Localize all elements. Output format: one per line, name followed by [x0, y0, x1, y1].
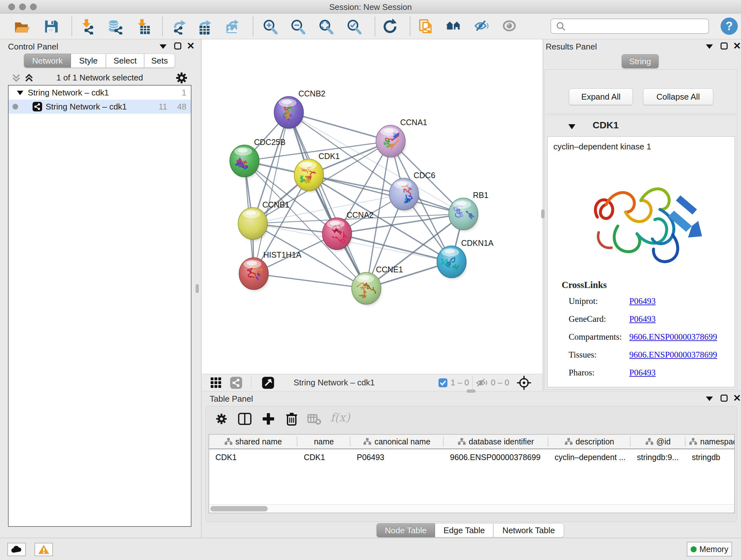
results-panel-float-icon[interactable]	[721, 43, 728, 50]
add-column-icon[interactable]	[262, 413, 275, 425]
fit-crosshair-icon[interactable]	[516, 375, 532, 390]
import-network-from-file-button[interactable]	[78, 17, 96, 36]
column-header--id[interactable]: @id	[630, 435, 685, 449]
export-table-button[interactable]	[195, 17, 213, 36]
table-horizontal-scrollbar[interactable]	[209, 504, 735, 513]
window-title: Session: New Session	[0, 2, 741, 12]
network-badge-icon[interactable]	[230, 376, 243, 389]
column-header-shared-name[interactable]: shared name	[209, 435, 297, 449]
control-panel-minimize-icon[interactable]	[159, 44, 166, 49]
node-ccne1[interactable]	[352, 272, 381, 305]
tab-string[interactable]: String	[622, 54, 659, 68]
collection-expander-icon[interactable]	[16, 89, 24, 97]
collapse-all-icon[interactable]	[10, 72, 22, 84]
zoom-selected-button[interactable]	[345, 17, 362, 36]
hide-panels-button[interactable]	[473, 17, 491, 36]
expand-all-icon[interactable]	[23, 72, 35, 84]
node-cdc6[interactable]	[389, 178, 419, 211]
crosslink-value[interactable]: P06493	[629, 314, 656, 324]
table-cell[interactable]: stringdb	[692, 453, 720, 462]
export-network-button[interactable]	[172, 17, 189, 36]
crosslink-value[interactable]: P06493	[629, 296, 656, 306]
table-cell[interactable]: 9606.ENSP00000378699	[450, 453, 541, 462]
network-row[interactable]: String Network – cdk1 11 48	[9, 100, 191, 114]
left-splitter-handle[interactable]	[196, 284, 199, 293]
edge-hist1h1a-ccne1[interactable]	[254, 273, 366, 288]
table-cell[interactable]: stringdb:9...	[637, 453, 679, 462]
edge-ccnb2-ccna1[interactable]	[289, 112, 391, 141]
table-cell[interactable]: CDK1	[304, 453, 325, 462]
open-session-button[interactable]	[13, 17, 30, 36]
table-cell[interactable]: CDK1	[215, 453, 237, 462]
export-image-button[interactable]	[223, 17, 241, 36]
network-options-gear-icon[interactable]	[175, 71, 189, 85]
collapse-all-button[interactable]: Collapse All	[643, 88, 713, 105]
bottom-splitter-handle[interactable]	[467, 389, 475, 393]
tab-node-table[interactable]: Node Table	[377, 523, 435, 537]
table-columns-icon[interactable]	[238, 413, 252, 425]
show-panels-button[interactable]	[501, 17, 519, 36]
memory-button[interactable]: Memory	[687, 542, 732, 557]
table-panel-close-icon[interactable]: ✕	[733, 395, 741, 401]
refresh-network-button[interactable]	[381, 17, 399, 36]
table-cell[interactable]: P06493	[357, 453, 384, 462]
zoom-in-icon	[262, 18, 278, 35]
home-button[interactable]	[445, 17, 463, 36]
node-cdkn1a[interactable]	[437, 246, 466, 279]
column-header-canonical-name[interactable]: canonical name	[350, 435, 444, 449]
node-ccnb1[interactable]	[238, 207, 267, 240]
crosslink-value[interactable]: 9606.ENSP00000378699	[629, 332, 717, 342]
node-ccna2[interactable]	[322, 218, 352, 251]
table-scrollbar-thumb[interactable]	[210, 506, 268, 511]
edge-ccnb2-ccne1[interactable]	[289, 112, 366, 288]
control-panel-float-icon[interactable]	[174, 43, 181, 50]
tab-network[interactable]: Network	[24, 54, 71, 68]
tab-edge-table[interactable]: Edge Table	[435, 523, 493, 537]
cloud-button[interactable]	[7, 543, 26, 556]
results-panel-minimize-icon[interactable]	[706, 44, 713, 49]
node-rb1[interactable]	[449, 198, 478, 231]
column-header-name[interactable]: name	[297, 435, 350, 449]
expand-all-button[interactable]: Expand All	[569, 88, 633, 105]
column-header-database-identifier[interactable]: database identifier	[444, 435, 548, 449]
tab-style[interactable]: Style	[71, 54, 106, 68]
node-ccna1[interactable]	[376, 125, 405, 158]
table-panel-float-icon[interactable]	[721, 395, 728, 401]
crosslink-value[interactable]: P06493	[629, 368, 656, 378]
import-table-from-file-button[interactable]	[134, 17, 152, 36]
selected-checkbox-icon[interactable]	[438, 378, 448, 388]
tab-network-table[interactable]: Network Table	[493, 523, 564, 537]
column-header-description[interactable]: description	[548, 435, 630, 449]
import-network-from-database-button[interactable]	[106, 17, 124, 36]
control-panel-close-icon[interactable]: ✕	[187, 43, 195, 50]
clone-network-button[interactable]	[417, 17, 434, 36]
search-input[interactable]	[550, 18, 709, 34]
node-cdc25b[interactable]	[230, 145, 259, 178]
network-view-title: String Network – cdk1	[293, 378, 375, 388]
zoom-fit-button[interactable]	[317, 17, 334, 36]
zoom-in-button[interactable]	[261, 17, 279, 36]
results-panel-close-icon[interactable]: ✕	[733, 43, 741, 50]
birdseye-toggle-icon[interactable]	[262, 376, 274, 389]
table-gear-icon[interactable]	[215, 412, 228, 426]
save-session-button[interactable]	[42, 17, 60, 36]
tab-sets[interactable]: Sets	[144, 54, 175, 68]
node-cdk1[interactable]	[294, 159, 324, 192]
column-header-namespace[interactable]: namespace	[685, 435, 735, 449]
table-cell[interactable]: cyclin–dependent ...	[555, 453, 625, 462]
node-hist1h1a[interactable]	[239, 258, 268, 291]
help-button[interactable]: ?	[721, 17, 738, 35]
edge-ccnb2-hist1h1a[interactable]	[254, 112, 289, 273]
gene-section-expander-icon[interactable]	[568, 123, 576, 130]
network-canvas[interactable]: CCNB2 CCNA1 CDC25B CDK1	[202, 39, 542, 374]
tab-select[interactable]: Select	[106, 54, 144, 68]
delete-column-icon[interactable]	[286, 412, 298, 426]
network-view[interactable]: CCNB2 CCNA1 CDC25B CDK1	[202, 39, 542, 391]
grid-view-icon[interactable]	[210, 377, 222, 389]
zoom-out-button[interactable]	[288, 17, 307, 36]
warnings-button[interactable]	[35, 543, 53, 556]
crosslink-value[interactable]: 9606.ENSP00000378699	[629, 350, 717, 360]
right-splitter-handle[interactable]	[541, 209, 544, 219]
table-panel-minimize-icon[interactable]	[706, 396, 713, 401]
network-collection-row[interactable]: String Network – cdk1 1	[9, 85, 191, 100]
